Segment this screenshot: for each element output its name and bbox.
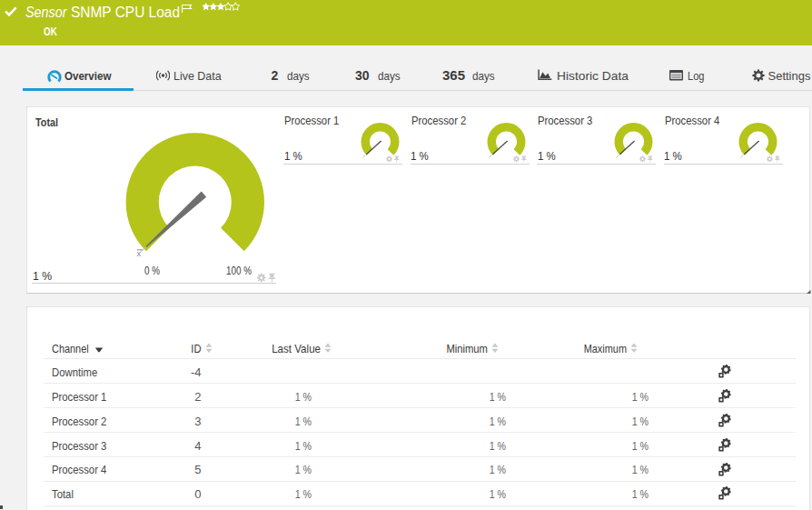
svg-text:x: x xyxy=(137,248,142,258)
